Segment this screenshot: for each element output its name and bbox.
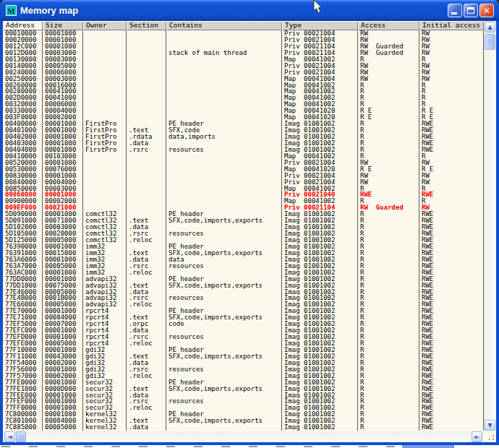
cell-section: .text	[127, 250, 166, 257]
table-row[interactable]: 0001000000001000Priv 00021004RWRW	[3, 30, 484, 37]
table-row[interactable]: 5D09100000071000comctl32.textSFX,code,im…	[3, 217, 484, 224]
table-row[interactable]: 0083000000001000Priv 00021004RWRW	[3, 173, 484, 179]
table-row[interactable]: 7C80000000001000kernel32PE headerImag 01…	[3, 411, 484, 418]
scroll-left-button[interactable]: ◄	[4, 431, 15, 442]
table-row[interactable]: 5D10200000003000comctl32.dataImag 010010…	[3, 224, 484, 231]
table-row[interactable]: 5D10500000020000comctl32.rsrcresourcesIm…	[3, 231, 484, 237]
table-row[interactable]: 7639100000015000imm32.textSFX,code,impor…	[3, 250, 484, 257]
table-row[interactable]: 0025000000003000Map 00041004RWRW	[3, 76, 484, 82]
table-row[interactable]: 77DD100000075000advapi32.textSFX,code,im…	[3, 283, 484, 289]
table-row[interactable]: 009EF00000021000Priv 00021104RW GuardedR…	[3, 204, 484, 211]
cell-owner	[83, 82, 127, 89]
title-bar[interactable]: M Memory map ✕	[0, 0, 499, 21]
column-header-initial-access[interactable]: Initial access	[419, 21, 484, 30]
table-row[interactable]: 763A700000005000imm32.rsrcresourcesImag …	[3, 263, 484, 270]
column-header-section[interactable]: Section	[127, 21, 166, 30]
table-row[interactable]: 0084000000004000Priv 00021004RWRW	[3, 179, 484, 186]
table-row[interactable]: 77FE10000000D000secur32.textSFX,code,imp…	[3, 386, 484, 392]
resize-grip[interactable]	[484, 431, 496, 442]
horizontal-scrollbar[interactable]: ◄ ►	[3, 431, 484, 442]
scroll-down-button[interactable]: ▼	[485, 420, 495, 431]
table-row[interactable]: 77E7000000001000rpcrt4PE headerImag 0100…	[3, 308, 484, 314]
table-row[interactable]: 003F000000002000Map 00041020R ER E	[3, 114, 484, 121]
table-row[interactable]: 763A600000001000imm32.datadataImag 01001…	[3, 257, 484, 263]
table-row[interactable]: 0014000000005000Priv 00021004RWRW	[3, 63, 484, 69]
table-row[interactable]: 0053000000076000Map 00041020R ER E	[3, 166, 484, 173]
cell-initial-access: RWE	[419, 237, 484, 244]
table-row[interactable]: 0052000000001000Priv 00021004RWRW	[3, 160, 484, 166]
column-header-owner[interactable]: Owner	[83, 21, 127, 30]
cell-access: RW	[358, 160, 419, 166]
table-row[interactable]: 002D000000041000Map 00041002RR	[3, 95, 484, 101]
table-row[interactable]: 0024000000006000Priv 00021004RWRW	[3, 69, 484, 76]
table-row[interactable]: 763AC00000001000imm32.relocImag 01001002…	[3, 270, 484, 276]
table-row[interactable]: 0002000000001000Priv 00021004RWRW	[3, 37, 484, 43]
table-row[interactable]: 77FEF00000001000secur32.rsrcresourcesIma…	[3, 398, 484, 405]
table-row[interactable]: 0033000000004000Map 00041020R ER E	[3, 108, 484, 114]
cell-access: RW Guarded	[358, 43, 419, 50]
table-body[interactable]: 0001000000001000Priv 00021004RWRW0002000…	[3, 30, 484, 431]
table-row[interactable]: 77F1000000001000gdi32PE headerImag 01001…	[3, 347, 484, 353]
cell-owner: comctl32	[83, 231, 127, 237]
cell-size: 00103000	[43, 153, 83, 160]
column-header-address[interactable]: Address	[3, 21, 43, 30]
table-row[interactable]: 77FF000000001000secur32.relocImag 010010…	[3, 405, 484, 411]
column-header-type[interactable]: Type	[282, 21, 358, 30]
table-row[interactable]: 77FE000000001000secur32PE headerImag 010…	[3, 379, 484, 386]
table-row[interactable]: 0086000000001000Priv 00021040RWERWE	[3, 191, 484, 198]
column-header-access[interactable]: Access	[358, 21, 419, 30]
table-row[interactable]: 0090000000002000Map 00041002RR	[3, 198, 484, 204]
table-row[interactable]: 77FEE00000001000secur32.dataImag 0100100…	[3, 392, 484, 399]
table-row[interactable]: 0026000000016000Map 00041002RR	[3, 82, 484, 89]
minimize-button[interactable]	[448, 4, 462, 17]
cell-owner: secur32	[83, 405, 127, 411]
vertical-scroll-thumb[interactable]	[485, 34, 495, 50]
column-header-contains[interactable]: Contains	[166, 21, 282, 30]
table-row[interactable]: 7C80100000084000kernel32.textSFX,code,im…	[3, 418, 484, 424]
scroll-up-button[interactable]: ▲	[485, 22, 495, 33]
table-row[interactable]: 0040200000001000FirstPro.rdatadata,impor…	[3, 134, 484, 140]
cell-address: 77FE1000	[3, 386, 43, 392]
table-row[interactable]: 77EFD00000001000rpcrt4.rsrcresourcesImag…	[3, 334, 484, 340]
cell-section	[127, 173, 166, 179]
table-row[interactable]: 0040100000001000FirstPro.textSFX,codeIma…	[3, 127, 484, 134]
table-row[interactable]: 5D12500000005000comctl32.relocImag 01001…	[3, 237, 484, 244]
table-row[interactable]: 0013000000003000Map 00041002RR	[3, 56, 484, 63]
table-row[interactable]: 77DD000000001000advapi32PE headerImag 01…	[3, 276, 484, 283]
table-row[interactable]: 7639000000001000imm32PE headerImag 01001…	[3, 244, 484, 250]
table-row[interactable]: 5D09000000001000comctl32PE headerImag 01…	[3, 211, 484, 217]
table-row[interactable]: 0040400000001000FirstPro.rsrcresourcesIm…	[3, 147, 484, 153]
table-row[interactable]: 0028000000041000Map 00041002RR	[3, 88, 484, 95]
table-row[interactable]: 77EF500000007000rpcrt4.orpccodeImag 0100…	[3, 321, 484, 327]
table-row[interactable]: 0085000000003000Map 00041002RR	[3, 186, 484, 192]
cell-contains: resources	[166, 147, 282, 153]
table-row[interactable]: 0012D00000003000stack of main threadPriv…	[3, 50, 484, 56]
horizontal-scroll-thumb[interactable]	[16, 431, 26, 442]
table-row[interactable]: 77E7100000084000rpcrt4.textSFX,code,impo…	[3, 314, 484, 321]
vertical-scrollbar[interactable]: ▲ ▼	[484, 21, 496, 431]
column-header-size[interactable]: Size	[43, 21, 83, 30]
table-row[interactable]: 0040300000001000FirstPro.dataImag 010010…	[3, 140, 484, 147]
table-row[interactable]: 77E4600000005000advapi32.dataImag 010010…	[3, 289, 484, 296]
cell-type: Imag 01001002	[282, 217, 358, 224]
table-row[interactable]: 77E4B0000001B000advapi32.rsrcresourcesIm…	[3, 295, 484, 301]
close-button[interactable]: ✕	[479, 4, 494, 17]
cell-initial-access: RWE	[419, 308, 484, 314]
table-row[interactable]: 77F1100000043000gdi32.textSFX,code,impor…	[3, 353, 484, 360]
table-row[interactable]: 77F5600000001000gdi32.rsrcresourcesImag …	[3, 366, 484, 373]
table-row[interactable]: 77EFC00000001000rpcrt4.dataImag 01001002…	[3, 327, 484, 334]
table-row[interactable]: 0040000000001000FirstProPE headerImag 01…	[3, 121, 484, 127]
table-row[interactable]: 77EFE00000005000rpcrt4.relocImag 0100100…	[3, 340, 484, 347]
scroll-right-button[interactable]: ►	[472, 431, 482, 442]
cell-access: R	[358, 321, 419, 327]
cell-initial-access: RW	[419, 63, 484, 69]
table-row[interactable]: 77E6600000005000advapi32.relocImag 01001…	[3, 301, 484, 308]
table-row[interactable]: 77F5700000002000gdi32.relocImag 01001002…	[3, 373, 484, 379]
maximize-button[interactable]	[464, 4, 478, 17]
table-row[interactable]: 0041000000103000Map 00041002RR	[3, 153, 484, 160]
cell-access: R	[358, 276, 419, 283]
table-row[interactable]: 0012C00000001000Priv 00021104RW GuardedR…	[3, 43, 484, 50]
table-row[interactable]: 7C88500000005000kernel32.dataImag 010010…	[3, 424, 484, 431]
table-row[interactable]: 77F5400000002000gdi32.dataImag 01001002R…	[3, 360, 484, 366]
table-row[interactable]: 0032000000006000Map 00041002RR	[3, 101, 484, 108]
